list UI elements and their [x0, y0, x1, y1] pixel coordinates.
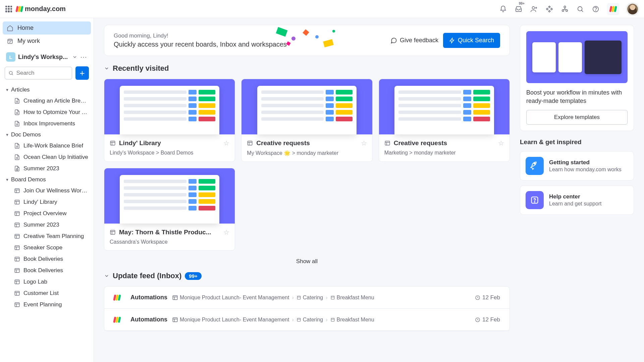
chevron-down-icon[interactable]	[72, 54, 77, 60]
recent-title: Recently visited	[113, 64, 169, 73]
product-switcher[interactable]	[607, 3, 619, 15]
svg-rect-13	[15, 223, 19, 227]
explore-templates-button[interactable]: Explore templates	[526, 110, 628, 125]
feed-author: Automations	[130, 294, 167, 301]
card-title: Creative requests	[256, 139, 357, 147]
tree-item[interactable]: Ocean Clean Up Initiative	[3, 152, 91, 163]
workspace-badge: L	[6, 52, 15, 62]
svg-point-40	[534, 163, 535, 165]
recent-card[interactable]: May: Thorn & Thistle Produc...☆Cassandra…	[104, 168, 235, 251]
inbox-icon[interactable]: 99+	[515, 5, 523, 13]
tree-item-label: Join Our Wellness Works...	[23, 187, 88, 194]
rocket-icon	[526, 157, 544, 175]
breadcrumb[interactable]: Monique Product Launch- Event Management…	[172, 295, 374, 301]
tree-item[interactable]: Event Planning	[3, 299, 91, 310]
sidebar-search-input[interactable]	[16, 70, 68, 76]
breadcrumb-segment: Monique Product Launch- Event Management	[180, 317, 289, 323]
tree-item[interactable]: Summer 2023	[3, 219, 91, 231]
recent-section-header[interactable]: Recently visited	[104, 64, 510, 73]
tree-group-header[interactable]: ▼Board Demos	[3, 174, 91, 185]
notifications-icon[interactable]	[499, 5, 507, 13]
give-feedback-link[interactable]: Give feedback	[390, 37, 438, 44]
tree-item[interactable]: Inbox Improvements	[3, 118, 91, 129]
card-title: Lindy' Library	[119, 139, 220, 147]
board-icon	[14, 267, 20, 274]
feed-item[interactable]: AutomationsMonique Product Launch- Event…	[104, 309, 509, 331]
content: Good morning, Lindy! Quickly access your…	[94, 18, 644, 362]
star-icon[interactable]: ☆	[223, 228, 229, 236]
tree-item[interactable]: Life-Work Balance Brief	[3, 140, 91, 152]
star-icon[interactable]: ☆	[498, 139, 504, 147]
board-icon	[14, 233, 20, 239]
chevron-down-icon	[104, 273, 109, 279]
home-icon	[7, 25, 13, 32]
tree-item[interactable]: Project Overview	[3, 208, 91, 219]
nav-mywork[interactable]: My work	[3, 35, 91, 48]
sidebar-search[interactable]	[5, 67, 72, 79]
recent-card[interactable]: Creative requests☆My Workspace 🌟 > monda…	[241, 79, 372, 162]
logo-mark-icon	[16, 6, 23, 12]
svg-rect-36	[173, 318, 177, 322]
tree-item[interactable]: Book Deliveries	[3, 265, 91, 276]
nav-home[interactable]: Home	[3, 21, 91, 35]
tree-item-label: Event Planning	[23, 301, 62, 308]
tree-item[interactable]: Logo Lab	[3, 276, 91, 288]
svg-point-4	[578, 6, 582, 11]
feed-item[interactable]: AutomationsMonique Product Launch- Event…	[104, 287, 509, 309]
tree-item[interactable]: Creating an Article Break...	[3, 95, 91, 107]
tree-item[interactable]: Book Deliveries	[3, 253, 91, 265]
tree-item[interactable]: How to Optomize Your A...	[3, 107, 91, 118]
workspace-selector[interactable]: L Lindy's Worksp... ⋯	[3, 48, 91, 65]
tree-item-label: How to Optomize Your A...	[23, 109, 88, 116]
tree-item[interactable]: Summer 2023	[3, 163, 91, 174]
tree-group-label: Articles	[11, 86, 30, 93]
help-icon[interactable]	[592, 5, 600, 13]
board-icon	[14, 302, 20, 308]
feed-badge: 99+	[185, 272, 201, 280]
search-icon[interactable]	[576, 5, 584, 13]
tree-item[interactable]: Lindy' Library	[3, 196, 91, 208]
tree-item-label: Creative Team Planning	[23, 233, 84, 240]
svg-rect-7	[8, 39, 12, 44]
automation-icon	[114, 317, 124, 323]
tree-group-label: Doc Demos	[11, 131, 41, 138]
workspace-menu-icon[interactable]: ⋯	[80, 53, 88, 61]
learn-item[interactable]: Help centerLearn and get support	[520, 185, 634, 215]
breadcrumb-segment: Breakfast Menu	[337, 295, 374, 301]
svg-point-1	[564, 6, 566, 8]
greeting: Good morning, Lindy!	[114, 33, 390, 39]
logo-mark-small-icon	[610, 6, 616, 12]
tree-item[interactable]: Join Our Wellness Works...	[3, 185, 91, 196]
learn-item[interactable]: Getting startedLearn how monday.com work…	[520, 151, 634, 181]
workspaces-icon[interactable]	[561, 5, 569, 13]
tree-item[interactable]: Customer List	[3, 288, 91, 299]
recent-card[interactable]: Creative requests☆Marketing > monday mar…	[379, 79, 510, 162]
svg-point-6	[596, 10, 596, 11]
doc-icon	[14, 109, 20, 115]
show-all-link[interactable]: Show all	[104, 251, 510, 268]
recent-card[interactable]: Lindy' Library☆Lindy's Workspace > Board…	[104, 79, 235, 162]
apps-menu-icon[interactable]	[5, 6, 12, 12]
add-button[interactable]: +	[75, 66, 89, 80]
user-avatar[interactable]	[627, 3, 639, 15]
brand-logo[interactable]: monday.com	[16, 5, 66, 13]
svg-rect-14	[15, 234, 19, 238]
card-path: Cassandra's Workspace	[110, 239, 229, 245]
tree-item[interactable]: Creative Team Planning	[3, 231, 91, 242]
workspace-name: Lindy's Worksp...	[18, 54, 69, 61]
invite-icon[interactable]	[530, 5, 538, 13]
tree-group-header[interactable]: ▼Articles	[3, 84, 91, 95]
breadcrumb[interactable]: Monique Product Launch- Event Management…	[172, 317, 374, 323]
svg-rect-29	[248, 141, 253, 145]
quick-search-button[interactable]: Quick Search	[443, 33, 500, 48]
lightning-icon	[449, 38, 455, 44]
brand-name: monday.com	[25, 5, 66, 13]
tree-group-header[interactable]: ▼Doc Demos	[3, 129, 91, 140]
star-icon[interactable]: ☆	[361, 139, 367, 147]
tree-item[interactable]: Sneaker Scope	[3, 242, 91, 253]
apps-icon[interactable]	[545, 5, 553, 13]
feed-section-header[interactable]: Update feed (Inbox) 99+	[104, 272, 510, 280]
svg-rect-15	[15, 246, 19, 250]
feedback-icon	[390, 37, 397, 44]
star-icon[interactable]: ☆	[223, 139, 229, 147]
